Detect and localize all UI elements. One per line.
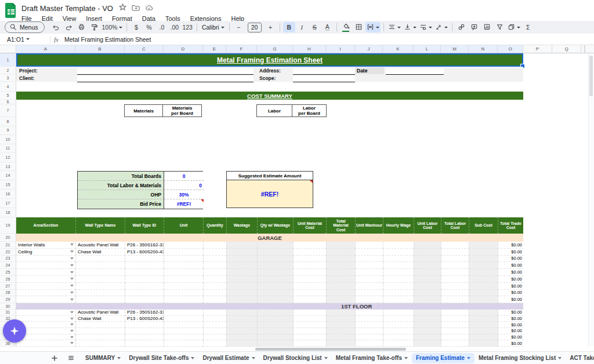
row-header-13[interactable]: 13	[0, 162, 16, 171]
cell[interactable]	[257, 290, 293, 297]
estimate-col-header-sub-cost[interactable]: Sub Cost	[469, 217, 498, 234]
project-field[interactable]	[77, 68, 253, 75]
wall-type-id-cell[interactable]	[125, 290, 164, 297]
estimate-col-header-unit-labor-cost[interactable]: Unit Labor Cost	[414, 217, 441, 234]
cell[interactable]	[326, 334, 355, 341]
cell[interactable]	[414, 296, 441, 303]
cell[interactable]	[355, 340, 383, 347]
tab-menu-caret-icon[interactable]	[558, 357, 562, 359]
column-header-h[interactable]: H	[293, 45, 326, 53]
row-header-6[interactable]: 6	[0, 100, 16, 104]
cell[interactable]	[383, 262, 414, 269]
row-header-26[interactable]: 26	[0, 276, 16, 283]
vertical-scrollbar-thumb[interactable]	[589, 56, 593, 96]
dropdown-arrow-icon[interactable]	[70, 311, 74, 314]
total-trade-cost-cell[interactable]: $0.00	[498, 340, 523, 347]
format-currency-button[interactable]: $	[130, 22, 142, 32]
cell[interactable]	[355, 283, 383, 290]
cell[interactable]	[293, 290, 326, 297]
document-title[interactable]: Draft Master Template - VO	[21, 4, 113, 13]
row-header-23[interactable]: 23	[0, 256, 16, 263]
cell[interactable]	[164, 242, 203, 249]
cell[interactable]	[383, 256, 414, 263]
cell[interactable]	[441, 328, 469, 334]
cell[interactable]	[355, 262, 383, 269]
column-header-a[interactable]: A	[16, 45, 75, 53]
suggested-estimate-cell[interactable]: #REF!	[226, 180, 313, 208]
section-header-1st-floor[interactable]: 1ST FLOOR	[16, 303, 523, 310]
cell[interactable]	[355, 328, 383, 334]
totals-value-ohp[interactable]: 30%	[164, 190, 204, 199]
cell[interactable]	[203, 283, 226, 290]
cell[interactable]	[257, 328, 293, 334]
estimate-col-header-area-section[interactable]: Area/Section	[16, 217, 75, 234]
cell[interactable]	[203, 310, 226, 316]
area-section-cell[interactable]	[16, 290, 75, 297]
total-trade-cost-cell[interactable]: $0.00	[498, 316, 523, 322]
cell[interactable]	[293, 269, 326, 276]
cell[interactable]	[203, 262, 226, 269]
italic-button[interactable]: I	[296, 22, 308, 32]
cell[interactable]	[383, 283, 414, 290]
total-trade-cost-cell[interactable]: $0.00	[498, 283, 523, 290]
totals-label-total-boards[interactable]: Total Boards	[78, 172, 164, 181]
row-header-24[interactable]: 24	[0, 262, 16, 269]
estimate-col-header-total-material-cost[interactable]: Total Material Cost	[326, 217, 355, 234]
cell[interactable]	[441, 316, 469, 322]
estimate-col-header-wastage[interactable]: Wastage	[226, 217, 257, 234]
cell[interactable]	[441, 334, 469, 341]
font-select[interactable]: Calibri	[200, 22, 226, 32]
sheet-tab-act-take-offs[interactable]: ACT Take-offs	[566, 352, 594, 364]
increase-decimal-button[interactable]: .00	[168, 22, 180, 32]
wall-type-name-cell[interactable]	[75, 334, 125, 341]
totals-label-bid-price[interactable]: Bid Price	[78, 199, 164, 209]
column-header-l[interactable]: L	[414, 45, 441, 53]
cell[interactable]	[226, 322, 257, 328]
cell[interactable]	[326, 322, 355, 328]
cell[interactable]	[383, 310, 414, 316]
cell[interactable]	[355, 316, 383, 322]
sheet-tab-framing-estimate[interactable]: Framing Estimate	[412, 353, 475, 363]
strikethrough-button[interactable]: S	[309, 22, 321, 32]
cell[interactable]	[203, 242, 226, 249]
cell[interactable]	[164, 290, 203, 297]
cell[interactable]	[383, 296, 414, 303]
wall-type-id-cell[interactable]: P13 - 600S200-43	[125, 316, 164, 322]
horizontal-scrollbar-thumb[interactable]	[255, 348, 406, 351]
sheet-tab-drywall-estimate[interactable]: Drywall Estimate	[198, 352, 259, 364]
cell[interactable]	[441, 340, 469, 347]
cell[interactable]	[293, 316, 326, 322]
wall-type-id-cell[interactable]: P26 - 350S162-33	[125, 310, 164, 316]
cell[interactable]	[355, 296, 383, 303]
cell[interactable]	[257, 334, 293, 341]
address-field[interactable]	[293, 68, 355, 75]
cell[interactable]	[383, 328, 414, 334]
wall-type-id-cell[interactable]: P13 - 600S200-43	[125, 249, 164, 256]
cell[interactable]	[226, 310, 257, 316]
row-header-7[interactable]: 7	[0, 104, 16, 117]
cell[interactable]	[203, 269, 226, 276]
cell[interactable]	[226, 256, 257, 263]
cell[interactable]	[293, 328, 326, 334]
cell[interactable]	[326, 310, 355, 316]
estimate-col-header-wall-type-name[interactable]: Wall Type Name	[75, 217, 125, 234]
wall-type-id-cell[interactable]	[125, 256, 164, 263]
tab-menu-caret-icon[interactable]	[252, 357, 255, 359]
wall-type-id-cell[interactable]	[125, 340, 164, 347]
cell[interactable]	[441, 249, 469, 256]
cell[interactable]	[257, 296, 293, 303]
cell[interactable]	[164, 340, 203, 347]
cell[interactable]	[326, 249, 355, 256]
cell[interactable]	[164, 316, 203, 322]
cell[interactable]	[226, 340, 257, 347]
name-box[interactable]: A1:O1	[0, 36, 49, 43]
dropdown-arrow-icon[interactable]	[70, 292, 74, 294]
spreadsheet-grid[interactable]: Metal Framing Estimation Sheet Project: …	[16, 53, 588, 347]
row-header-5[interactable]: 5	[0, 92, 16, 100]
totals-value-bid-price[interactable]: #REF!	[164, 199, 204, 209]
redo-button[interactable]	[63, 22, 75, 32]
column-header-q[interactable]: Q	[552, 45, 581, 53]
dropdown-arrow-icon[interactable]	[70, 278, 74, 280]
dropdown-arrow-icon[interactable]	[70, 336, 74, 338]
fill-color-button[interactable]	[340, 22, 352, 32]
